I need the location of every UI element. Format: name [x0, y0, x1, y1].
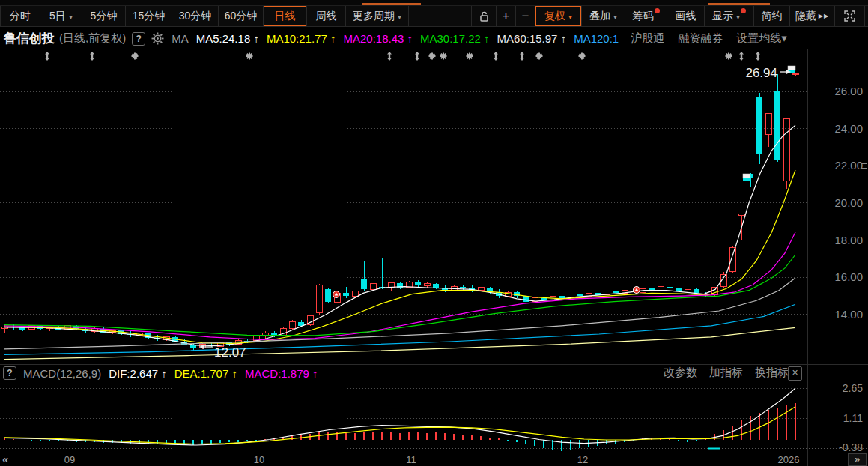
add-indicator-link[interactable]: 加指标 [709, 366, 743, 380]
candle [667, 287, 673, 288]
candle [478, 288, 484, 291]
updown-arrow-marker-icon[interactable] [45, 52, 49, 61]
candle [577, 294, 583, 296]
candle [792, 74, 798, 75]
ma-line-MA5 [4, 125, 795, 346]
candle [783, 118, 789, 181]
price-axis-label: 18.00 [834, 234, 863, 246]
updown-arrow-marker-icon[interactable] [387, 52, 392, 61]
price-axis-label: 14.00 [834, 308, 863, 321]
time-axis-label: 09 [64, 454, 75, 465]
candle [325, 289, 331, 301]
macd-axis-label: 1.11 [843, 412, 863, 424]
candle [424, 284, 430, 285]
macd-axis-label: -0.38 [839, 441, 863, 453]
candle [559, 296, 565, 297]
candle [352, 291, 358, 296]
candle [765, 114, 771, 134]
asterisk-marker-icon[interactable] [440, 53, 447, 60]
macd-value: DIF:2.647 ↑ [109, 367, 167, 380]
asterisk-marker-icon[interactable] [579, 53, 586, 60]
time-axis-label: 11 [406, 454, 416, 465]
macd-name: MACD(12,26,9) [23, 367, 101, 380]
candle [711, 288, 717, 295]
ma-line-MA120 [4, 304, 795, 354]
macd-help-icon[interactable]: ? [3, 366, 16, 380]
candle [676, 288, 682, 291]
updown-arrow-marker-icon[interactable] [520, 52, 524, 61]
candle [613, 291, 619, 293]
price-axis-label: 26.00 [834, 85, 863, 97]
candle [729, 248, 735, 272]
buy-signal-icon [333, 291, 340, 298]
time-axis-label: 2026 [778, 454, 800, 465]
price-axis-label: 22.00 [834, 159, 863, 172]
price-flag-marker [743, 174, 750, 181]
up-arrow-icon: ↑ [231, 367, 237, 380]
ma-line-MA30 [4, 255, 795, 336]
macd-value: MACD:1.879 ↑ [245, 367, 318, 380]
close-indicator-icon[interactable]: × [788, 366, 802, 381]
updown-arrow-marker-icon[interactable] [739, 52, 744, 61]
stock-chart-window: 分时5日▾5分钟15分钟30分钟60分钟日线周线更多周期▾ +−复权▾叠加▾筹码… [0, 0, 868, 466]
candle [738, 214, 744, 215]
time-axis: « 091011122026 » [0, 453, 868, 466]
low-price-annotation: 12.07 [214, 345, 246, 360]
updown-arrow-marker-icon[interactable] [415, 52, 419, 61]
asterisk-marker-icon[interactable] [429, 53, 436, 60]
candle [370, 284, 376, 289]
candle [756, 97, 762, 154]
chart-canvas[interactable]: 26.0024.0022.0020.0018.0016.0014.0026.94… [0, 0, 868, 466]
macd-axis-label: 2.65 [843, 382, 863, 394]
updown-arrow-marker-icon[interactable] [494, 52, 498, 61]
candle [433, 284, 439, 288]
updown-arrow-marker-icon[interactable] [756, 52, 760, 61]
macd-links: 改参数 加指标 换指标 [664, 366, 789, 380]
asterisk-marker-icon[interactable] [132, 53, 139, 60]
macd-value: DEA:1.707 ↑ [174, 367, 237, 380]
asterisk-marker-icon[interactable] [246, 53, 253, 60]
time-axis-label: 10 [254, 454, 264, 465]
updown-arrow-marker-icon[interactable] [90, 52, 94, 61]
price-axis-label: 24.00 [834, 122, 863, 135]
candle [774, 91, 780, 160]
candle [694, 289, 699, 293]
candle [415, 282, 421, 286]
candle [316, 285, 322, 312]
candle [361, 279, 367, 290]
price-axis-label: 20.00 [834, 196, 863, 209]
asterisk-marker-icon[interactable] [726, 53, 732, 60]
scroll-left-button[interactable]: « [2, 453, 8, 465]
candle [19, 327, 25, 329]
buy-signal-icon [634, 287, 640, 294]
candle [685, 289, 691, 291]
scroll-right-button[interactable]: » [848, 453, 867, 466]
high-price-annotation: 26.94 [745, 66, 777, 80]
asterisk-marker-icon[interactable] [467, 53, 473, 60]
up-arrow-icon: ↑ [161, 367, 167, 380]
candle [658, 287, 664, 291]
candle [460, 287, 466, 288]
edit-params-link[interactable]: 改参数 [664, 366, 697, 380]
up-arrow-icon: ↑ [312, 367, 318, 380]
macd-values: DIF:2.647 ↑DEA:1.707 ↑MACD:1.879 ↑ [109, 367, 325, 380]
asterisk-marker-icon[interactable] [536, 53, 543, 60]
ma-line-MA10 [4, 170, 795, 343]
price-axis-label: 16.00 [834, 270, 863, 283]
time-axis-label: 12 [577, 454, 588, 465]
candle [343, 293, 349, 296]
candle [289, 322, 295, 329]
switch-indicator-link[interactable]: 换指标 [755, 366, 789, 380]
